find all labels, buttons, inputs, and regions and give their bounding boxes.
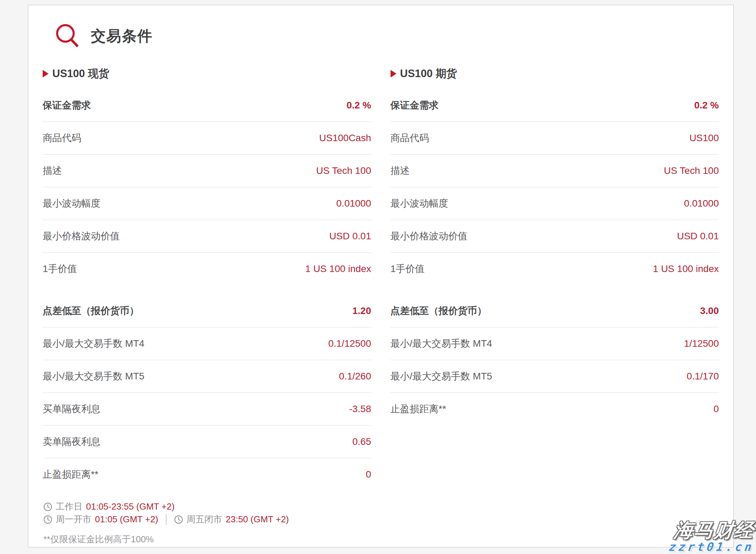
table-row: 商品代码US100Cash bbox=[43, 122, 371, 155]
row-label: 最小价格波动价值 bbox=[391, 230, 468, 242]
search-icon bbox=[54, 23, 81, 49]
triangle-right-icon bbox=[391, 70, 396, 77]
row-label: 最小/最大交易手数 MT4 bbox=[391, 338, 492, 349]
table-row: 点差低至（报价货币）3.00 bbox=[391, 295, 719, 327]
row-label: 保证金需求 bbox=[43, 100, 91, 111]
row-label: 保证金需求 bbox=[391, 100, 439, 111]
row-label: 最小/最大交易手数 MT5 bbox=[391, 370, 492, 382]
note-line-weekday: 工作日 01:05-23:55 (GMT +2) bbox=[43, 501, 719, 512]
row-label: 最小价格波动价值 bbox=[43, 230, 120, 242]
row-label: 点差低至（报价货币） bbox=[391, 305, 487, 317]
row-value: -3.58 bbox=[349, 403, 371, 415]
row-value: 1/12500 bbox=[684, 338, 719, 349]
friday-close-note: 周五闭市 23:50 (GMT +2) bbox=[174, 514, 289, 525]
table-row: 最小/最大交易手数 MT50.1/260 bbox=[43, 360, 371, 393]
table-title-text: US100 期货 bbox=[400, 66, 457, 81]
table-section: 点差低至（报价货币）1.20最小/最大交易手数 MT40.1/12500最小/最… bbox=[43, 295, 371, 491]
triangle-right-icon bbox=[43, 70, 49, 77]
row-value: US100Cash bbox=[319, 132, 371, 144]
table-row: 买单隔夜利息-3.58 bbox=[43, 393, 371, 426]
row-label: 最小波动幅度 bbox=[43, 198, 100, 209]
row-value: 0.65 bbox=[352, 436, 371, 448]
row-label: 止盈损距离** bbox=[391, 403, 446, 415]
clock-icon bbox=[43, 515, 52, 524]
weekday-note: 工作日 01:05-23:55 (GMT +2) bbox=[43, 501, 175, 512]
table-row: 最小波动幅度0.01000 bbox=[43, 187, 371, 220]
table-section: 保证金需求0.2 %商品代码US100Cash描述US Tech 100最小波动… bbox=[43, 89, 371, 285]
row-label: 描述 bbox=[391, 165, 410, 177]
row-value: 0.1/170 bbox=[687, 370, 719, 382]
row-label: 止盈损距离** bbox=[43, 469, 98, 480]
note-time: 23:50 (GMT +2) bbox=[226, 514, 289, 525]
row-label: 最小/最大交易手数 MT5 bbox=[43, 370, 145, 382]
table-row: 1手价值1 US 100 index bbox=[391, 253, 719, 285]
watermark-site: zzrt01.cn bbox=[668, 541, 755, 553]
trading-conditions-panel: 交易条件 US100 现货 保证金需求0.2 %商品代码US100Cash描述U… bbox=[28, 5, 734, 547]
table-us100-cash: US100 现货 保证金需求0.2 %商品代码US100Cash描述US Tec… bbox=[43, 66, 371, 491]
tables-grid: US100 现货 保证金需求0.2 %商品代码US100Cash描述US Tec… bbox=[43, 66, 719, 491]
row-value: US100 bbox=[689, 132, 719, 144]
row-label: 1手价值 bbox=[391, 263, 425, 275]
table-row: 点差低至（报价货币）1.20 bbox=[43, 295, 371, 327]
table-row: 止盈损距离**0 bbox=[391, 393, 719, 425]
row-value: 1.20 bbox=[352, 305, 371, 317]
note-time: 01:05 (GMT +2) bbox=[95, 514, 158, 525]
table-title: US100 期货 bbox=[391, 66, 719, 81]
table-row: 保证金需求0.2 % bbox=[43, 89, 371, 122]
row-label: 点差低至（报价货币） bbox=[43, 305, 139, 317]
row-value: 0.01000 bbox=[684, 198, 719, 209]
table-row: 卖单隔夜利息0.65 bbox=[43, 426, 371, 458]
note-prefix: 周五闭市 bbox=[187, 514, 222, 525]
row-value: 0.1/260 bbox=[339, 370, 371, 382]
row-label: 最小/最大交易手数 MT4 bbox=[43, 338, 145, 349]
row-value: 0.2 % bbox=[347, 100, 371, 111]
table-row: 最小价格波动价值USD 0.01 bbox=[391, 220, 719, 253]
row-value: 0.2 % bbox=[694, 100, 719, 111]
table-row: 保证金需求0.2 % bbox=[391, 89, 719, 122]
row-value: 1 US 100 index bbox=[653, 263, 719, 275]
table-section: 点差低至（报价货币）3.00最小/最大交易手数 MT41/12500最小/最大交… bbox=[391, 295, 719, 425]
row-label: 商品代码 bbox=[43, 132, 81, 144]
row-label: 买单隔夜利息 bbox=[43, 403, 100, 415]
row-value: 0 bbox=[713, 403, 719, 415]
row-label: 描述 bbox=[43, 165, 62, 177]
page-title: 交易条件 bbox=[91, 26, 153, 46]
table-row: 最小价格波动价值USD 0.01 bbox=[43, 220, 371, 253]
row-value: US Tech 100 bbox=[316, 165, 371, 177]
margin-disclaimer: **仅限保证金比例高于100% bbox=[43, 533, 719, 545]
table-row: 最小/最大交易手数 MT41/12500 bbox=[391, 327, 719, 360]
monday-open-note: 周一开市 01:05 (GMT +2) bbox=[43, 514, 158, 525]
row-value: 3.00 bbox=[700, 305, 719, 317]
table-title: US100 现货 bbox=[43, 66, 371, 81]
row-value: 0.1/12500 bbox=[328, 338, 371, 349]
note-separator bbox=[166, 514, 167, 525]
table-row: 止盈损距离**0 bbox=[43, 458, 371, 491]
row-value: US Tech 100 bbox=[664, 165, 719, 177]
note-prefix: 周一开市 bbox=[56, 514, 92, 525]
watermark-brand: 海马财经 bbox=[668, 521, 755, 540]
note-line-open-close: 周一开市 01:05 (GMT +2) 周五闭市 23:50 (GMT +2) bbox=[43, 514, 719, 525]
table-row: 描述US Tech 100 bbox=[43, 155, 371, 187]
row-label: 商品代码 bbox=[391, 132, 429, 144]
note-time: 01:05-23:55 (GMT +2) bbox=[86, 501, 175, 512]
row-value: USD 0.01 bbox=[677, 230, 719, 242]
table-body: 保证金需求0.2 %商品代码US100描述US Tech 100最小波动幅度0.… bbox=[391, 89, 719, 425]
table-row: 描述US Tech 100 bbox=[391, 155, 719, 187]
row-value: 1 US 100 index bbox=[305, 263, 371, 275]
clock-icon bbox=[174, 515, 183, 524]
table-row: 最小/最大交易手数 MT50.1/170 bbox=[391, 360, 719, 393]
watermark: 海马财经 zzrt01.cn bbox=[669, 521, 754, 553]
row-value: 0.01000 bbox=[336, 198, 371, 209]
row-label: 1手价值 bbox=[43, 263, 77, 275]
trading-hours-footer: 工作日 01:05-23:55 (GMT +2) 周一开市 01:05 (GMT… bbox=[43, 501, 719, 545]
table-body: 保证金需求0.2 %商品代码US100Cash描述US Tech 100最小波动… bbox=[43, 89, 371, 491]
clock-icon bbox=[43, 502, 52, 511]
table-us100-futures: US100 期货 保证金需求0.2 %商品代码US100描述US Tech 10… bbox=[391, 66, 719, 491]
table-row: 最小/最大交易手数 MT40.1/12500 bbox=[43, 327, 371, 360]
table-title-text: US100 现货 bbox=[52, 66, 109, 81]
note-prefix: 工作日 bbox=[56, 501, 83, 512]
row-value: 0 bbox=[366, 469, 371, 480]
row-value: USD 0.01 bbox=[329, 230, 371, 242]
page-header: 交易条件 bbox=[54, 23, 719, 49]
table-row: 商品代码US100 bbox=[391, 122, 719, 155]
